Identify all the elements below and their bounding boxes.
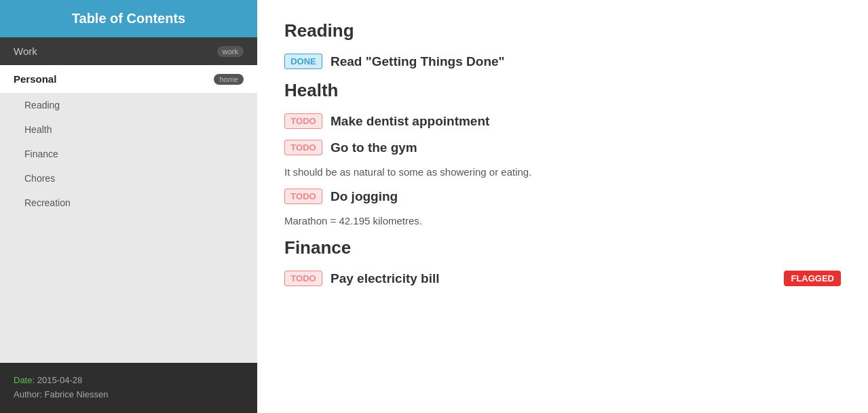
sidebar-title: Table of Contents xyxy=(14,11,244,26)
sidebar-group-personal[interactable]: Personal home xyxy=(0,65,257,93)
sidebar-item-reading[interactable]: Reading xyxy=(0,93,257,117)
task-text: Go to the gym xyxy=(331,140,417,155)
footer-author-label: Author: xyxy=(14,389,45,399)
task-row: DONE Read "Getting Things Done" xyxy=(284,54,841,69)
footer-date-value: 2015-04-28 xyxy=(37,375,83,385)
footer-date: Date: 2015-04-28 xyxy=(14,374,244,388)
task-left: DONE Read "Getting Things Done" xyxy=(284,54,505,69)
sidebar-subitems: Reading Health Finance Chores Recreation xyxy=(0,93,257,363)
badge-todo: TODO xyxy=(284,113,322,129)
task-left: TODO Do jogging xyxy=(284,189,398,204)
task-row: TODO Make dentist appointment xyxy=(284,113,841,129)
sidebar-item-recreation[interactable]: Recreation xyxy=(0,191,257,215)
sidebar-footer: Date: 2015-04-28 Author: Fabrice Niessen xyxy=(0,363,257,413)
footer-author-value: Fabrice Niessen xyxy=(45,389,109,399)
sidebar-group-work-label: Work xyxy=(14,45,37,57)
sidebar-group-work[interactable]: Work work xyxy=(0,37,257,65)
section-title-reading: Reading xyxy=(284,20,841,41)
task-note: Marathon = 42.195 kilometres. xyxy=(284,215,841,227)
task-row: TODO Pay electricity bill FLAGGED xyxy=(284,271,841,286)
footer-author: Author: Fabrice Niessen xyxy=(14,388,244,402)
badge-todo: TODO xyxy=(284,140,322,155)
badge-todo: TODO xyxy=(284,189,322,204)
task-row: TODO Go to the gym xyxy=(284,140,841,155)
sidebar-group-personal-label: Personal xyxy=(14,73,56,85)
sidebar-item-finance[interactable]: Finance xyxy=(0,142,257,166)
task-text: Make dentist appointment xyxy=(331,114,489,129)
task-left: TODO Make dentist appointment xyxy=(284,113,489,129)
badge-todo: TODO xyxy=(284,271,322,286)
task-left: TODO Pay electricity bill xyxy=(284,271,440,286)
task-text: Pay electricity bill xyxy=(331,271,440,286)
sidebar-item-health[interactable]: Health xyxy=(0,117,257,142)
task-text: Read "Getting Things Done" xyxy=(331,54,505,69)
task-row: TODO Do jogging xyxy=(284,189,841,204)
badge-done: DONE xyxy=(284,54,322,69)
task-text: Do jogging xyxy=(331,189,398,204)
sidebar: Table of Contents Work work Personal hom… xyxy=(0,0,257,413)
section-title-finance: Finance xyxy=(284,237,841,258)
badge-flagged: FLAGGED xyxy=(784,271,841,286)
sidebar-group-work-tag: work xyxy=(217,46,244,57)
section-title-health: Health xyxy=(284,80,841,101)
sidebar-header: Table of Contents xyxy=(0,0,257,37)
task-left: TODO Go to the gym xyxy=(284,140,417,155)
sidebar-item-chores[interactable]: Chores xyxy=(0,166,257,191)
sidebar-group-personal-tag: home xyxy=(214,74,244,85)
task-note: It should be as natural to some as showe… xyxy=(284,166,841,178)
main-content[interactable]: Reading DONE Read "Getting Things Done" … xyxy=(257,0,868,413)
footer-date-label: Date: xyxy=(14,375,37,385)
